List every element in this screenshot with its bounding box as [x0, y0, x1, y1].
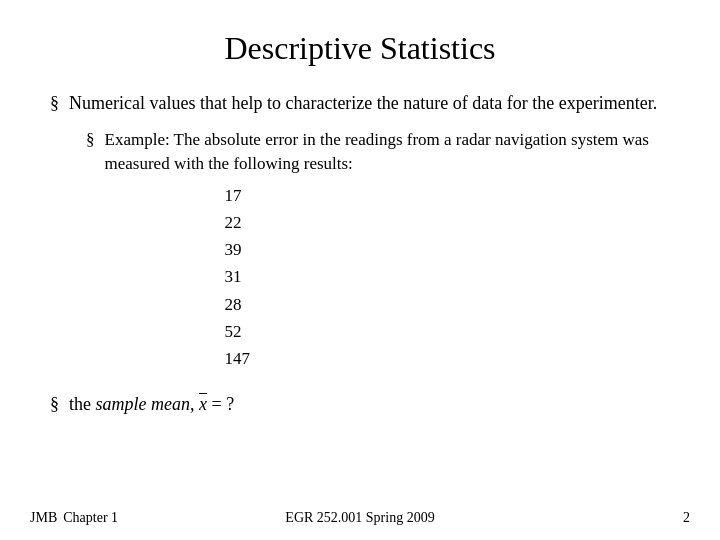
data-values-list: 17 22 39 31 28 52 147: [225, 182, 671, 372]
footer-page: 2: [683, 510, 690, 526]
footer-author: JMB: [30, 510, 57, 526]
footer-left: JMB Chapter 1: [30, 510, 118, 526]
footer-course: EGR 252.001 Spring 2009: [285, 510, 434, 525]
data-value-2: 22: [225, 209, 671, 236]
slide-title: Descriptive Statistics: [50, 30, 670, 67]
bullet-3-marker: §: [50, 394, 59, 415]
bullet-2-text-content: Example: The absolute error in the readi…: [105, 130, 649, 173]
bullet-1-text: Numerical values that help to characteri…: [69, 91, 670, 116]
bullet-1-marker: §: [50, 93, 59, 114]
footer-center: EGR 252.001 Spring 2009: [285, 510, 434, 526]
footer: JMB Chapter 1 EGR 252.001 Spring 2009 2: [0, 510, 720, 526]
bullet-2: § Example: The absolute error in the rea…: [86, 128, 670, 372]
data-value-1: 17: [225, 182, 671, 209]
data-value-7: 147: [225, 345, 671, 372]
bullet-3-text-part1: the: [69, 394, 96, 414]
sample-mean-italic: sample mean: [96, 394, 190, 414]
data-value-3: 39: [225, 236, 671, 263]
data-value-5: 28: [225, 291, 671, 318]
bullet-3-text: the sample mean, x = ?: [69, 392, 670, 417]
bullet-2-marker: §: [86, 130, 95, 150]
bullet-3-equals: = ?: [207, 394, 234, 414]
x-bar-symbol: x: [199, 392, 207, 417]
data-value-4: 31: [225, 263, 671, 290]
bullet-3-comma: ,: [190, 394, 199, 414]
bullet-2-text: Example: The absolute error in the readi…: [105, 128, 671, 372]
bullet-3: § the sample mean, x = ?: [50, 392, 670, 417]
data-value-6: 52: [225, 318, 671, 345]
slide: Descriptive Statistics § Numerical value…: [0, 0, 720, 540]
bullet-1: § Numerical values that help to characte…: [50, 91, 670, 116]
footer-chapter: Chapter 1: [63, 510, 118, 526]
